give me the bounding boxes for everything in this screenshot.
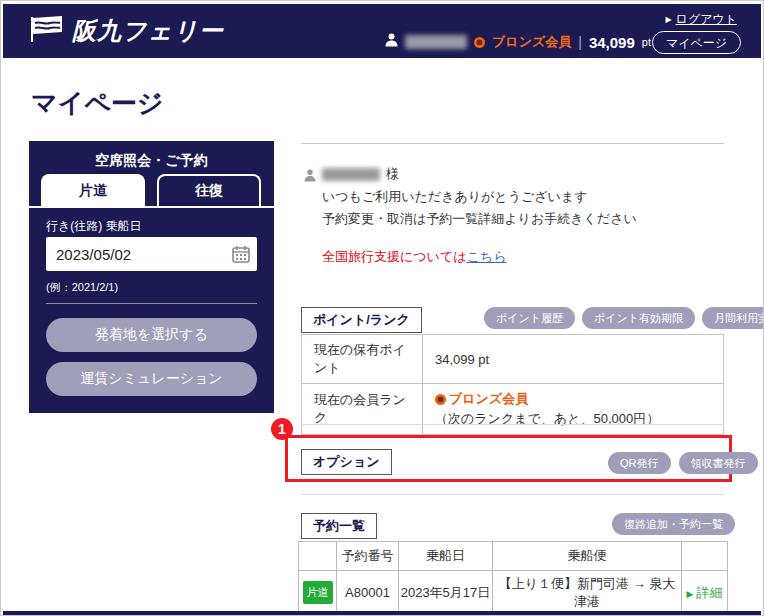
page-title: マイページ bbox=[31, 86, 163, 121]
header-rank-label: ブロンズ会員 bbox=[492, 33, 571, 51]
header-number: 予約番号 bbox=[337, 542, 399, 571]
oneway-badge: 片道 bbox=[303, 581, 333, 604]
departure-date-label: 行き(往路) 乗船日 bbox=[46, 218, 142, 235]
tab-underline bbox=[29, 206, 274, 208]
travel-support-notice: 全国旅行支援についてはこちら bbox=[322, 248, 506, 266]
reservations-section-title: 予約一覧 bbox=[301, 513, 377, 539]
footer-bar bbox=[3, 611, 761, 616]
greeting-line-2: 予約変更・取消は予約一覧詳細よりお手続きください bbox=[322, 210, 637, 228]
header-bar: 阪九フェリー ▶ ログアウト ブロンズ会員 | 34,099 pt マイページ bbox=[3, 4, 761, 58]
points-buttons: ポイント履歴 ポイント有効期限 月間利用実績 bbox=[484, 307, 764, 329]
divider bbox=[301, 494, 724, 495]
fare-simulation-button[interactable]: 運賃シミュレーション bbox=[46, 362, 257, 396]
points-row-value: 34,099 pt bbox=[423, 335, 724, 384]
rank-note: （次のランクまで、あと、50,000円） bbox=[435, 410, 711, 428]
rank-line: ブロンズ会員 bbox=[435, 390, 711, 408]
detail-cell: ▶詳細 bbox=[682, 571, 728, 615]
options-buttons: QR発行 領収書発行 bbox=[608, 452, 758, 474]
tab-oneway[interactable]: 片道 bbox=[41, 174, 145, 206]
qr-issue-button[interactable]: QR発行 bbox=[608, 452, 671, 474]
annotation-number-badge: 1 bbox=[271, 418, 293, 440]
header-route: 乗船便 bbox=[493, 542, 682, 571]
point-expiry-button[interactable]: ポイント有効期限 bbox=[582, 307, 695, 329]
trip-type-cell: 片道 bbox=[299, 571, 337, 615]
departure-date-input[interactable] bbox=[46, 237, 257, 271]
greeting-name-line: 様 bbox=[322, 165, 399, 183]
header-detail bbox=[682, 542, 728, 571]
header-type bbox=[299, 542, 337, 571]
reservation-number-cell: A80001 bbox=[337, 571, 399, 615]
user-icon bbox=[385, 33, 398, 51]
mypage-button[interactable]: マイページ bbox=[652, 31, 741, 54]
route-cell: 【上り１便】新門司港 → 泉大津港 bbox=[493, 571, 682, 615]
content-divider bbox=[301, 143, 724, 144]
table-row: 現在の保有ポイント 34,099 pt bbox=[302, 335, 724, 384]
header-points-unit: pt bbox=[642, 36, 651, 48]
rank-row-value: ブロンズ会員 （次のランクまで、あと、50,000円） bbox=[423, 384, 724, 435]
table-header-row: 予約番号 乗船日 乗船便 bbox=[299, 542, 728, 571]
divider bbox=[301, 424, 724, 425]
rank-name: ブロンズ会員 bbox=[449, 390, 528, 408]
boarding-date-cell: 2023年5月17日 bbox=[399, 571, 493, 615]
rank-dot-icon bbox=[474, 37, 485, 48]
table-row: 現在の会員ランク ブロンズ会員 （次のランクまで、あと、50,000円） bbox=[302, 384, 724, 435]
greeting-line-1: いつもご利用いただきありがとうございます bbox=[322, 188, 587, 206]
reservations-table: 予約番号 乗船日 乗船便 片道 A80001 2023年5月17日 【上り１便】… bbox=[298, 541, 728, 615]
options-section-title: オプション bbox=[301, 449, 392, 475]
masked-user-name bbox=[405, 35, 467, 49]
masked-user-name bbox=[322, 168, 380, 181]
logout-link[interactable]: ▶ ログアウト bbox=[665, 11, 737, 28]
separator: | bbox=[578, 34, 582, 50]
header-points-value: 34,099 bbox=[589, 34, 635, 51]
table-row: 片道 A80001 2023年5月17日 【上り１便】新門司港 → 泉大津港 ▶… bbox=[299, 571, 728, 615]
notice-text: 全国旅行支援については bbox=[322, 249, 467, 264]
mypage-screen: 阪九フェリー ▶ ログアウト ブロンズ会員 | 34,099 pt マイページ … bbox=[0, 0, 764, 616]
select-departure-button[interactable]: 発着地を選択する bbox=[46, 318, 257, 352]
name-suffix: 様 bbox=[386, 165, 399, 183]
header-date: 乗船日 bbox=[399, 542, 493, 571]
date-format-example: (例：2021/2/1) bbox=[46, 280, 118, 295]
points-rank-table: 現在の保有ポイント 34,099 pt 現在の会員ランク ブロンズ会員 （次のラ… bbox=[301, 334, 724, 435]
receipt-issue-button[interactable]: 領収書発行 bbox=[679, 452, 758, 474]
logo-text: 阪九フェリー bbox=[72, 15, 224, 47]
booking-panel: 空席照会・ご予約 片道 往復 行き(往路) 乗船日 (例：2021/2/1) 発… bbox=[29, 141, 274, 413]
points-row-label: 現在の保有ポイント bbox=[302, 335, 423, 384]
calendar-icon[interactable] bbox=[232, 245, 250, 263]
detail-link[interactable]: ▶詳細 bbox=[687, 585, 723, 600]
tab-roundtrip[interactable]: 往復 bbox=[157, 174, 261, 206]
rank-dot-icon bbox=[435, 394, 446, 405]
points-rank-section-title: ポイント/ランク bbox=[301, 307, 422, 333]
ferry-flag-icon bbox=[29, 15, 65, 47]
notice-link[interactable]: こちら bbox=[467, 249, 507, 264]
detail-label: 詳細 bbox=[696, 585, 722, 600]
sidebar-divider bbox=[46, 303, 257, 304]
return-trip-add-button[interactable]: 復路追加・予約一覧 bbox=[612, 513, 735, 535]
logo[interactable]: 阪九フェリー bbox=[29, 15, 224, 47]
monthly-usage-button[interactable]: 月間利用実績 bbox=[702, 307, 764, 329]
point-history-button[interactable]: ポイント履歴 bbox=[484, 307, 575, 329]
rank-row-label: 現在の会員ランク bbox=[302, 384, 423, 435]
user-icon bbox=[304, 168, 316, 186]
arrow-right-icon: ▶ bbox=[687, 589, 694, 599]
booking-panel-title: 空席照会・ご予約 bbox=[29, 152, 274, 170]
header-user-info: ブロンズ会員 | 34,099 pt bbox=[385, 33, 651, 51]
arrow-right-icon: ▶ bbox=[665, 15, 671, 24]
logout-label: ログアウト bbox=[676, 11, 737, 28]
